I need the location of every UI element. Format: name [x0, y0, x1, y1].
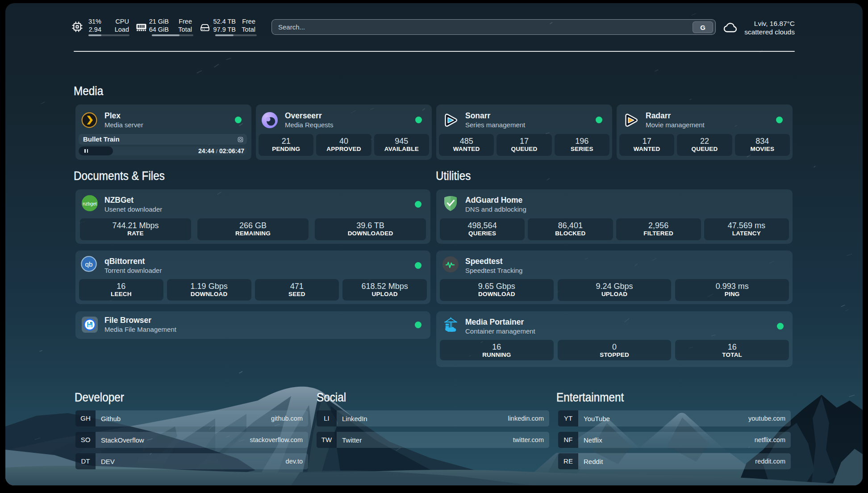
svg-text:nzbget: nzbget — [83, 201, 97, 206]
svg-text:qb: qb — [85, 260, 92, 268]
